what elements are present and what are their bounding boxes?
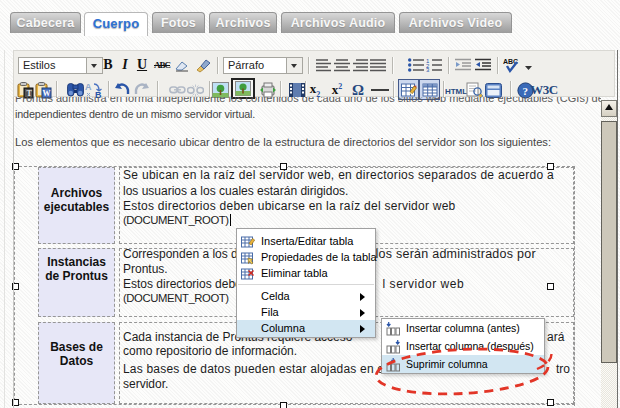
svg-text:3: 3	[426, 67, 430, 72]
svg-text:W: W	[42, 89, 50, 98]
svg-text:T: T	[26, 89, 32, 98]
svg-text:A: A	[85, 82, 92, 92]
svg-text:?: ?	[522, 84, 528, 96]
